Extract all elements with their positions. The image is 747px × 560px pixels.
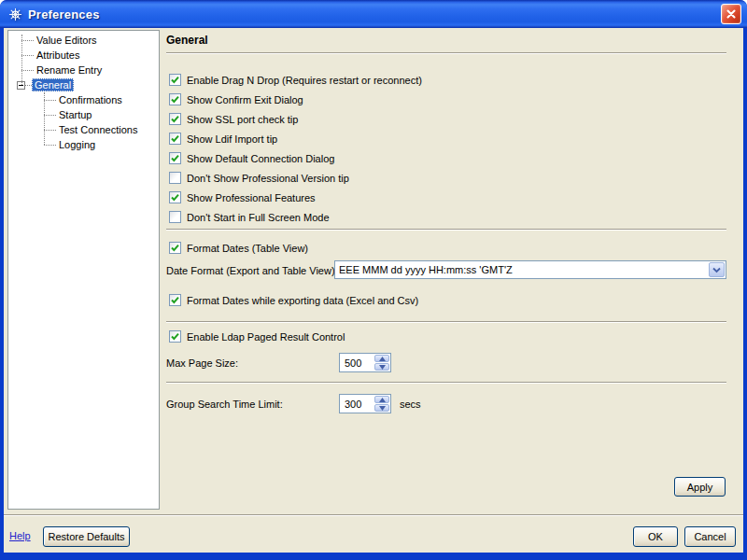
- export-dates-checkbox[interactable]: [169, 294, 181, 306]
- format-dates-row: Format Dates (Table View): [169, 238, 308, 258]
- format-dates-checkbox[interactable]: [169, 242, 181, 254]
- spinner-down-button[interactable]: [374, 404, 389, 412]
- spinner-down-button[interactable]: [374, 363, 389, 371]
- date-format-combobox[interactable]: EEE MMM dd yyyy HH:mm:ss 'GMT'Z: [334, 260, 726, 279]
- checkbox-row: Show Ldif Import tip: [169, 129, 422, 148]
- checkbox-label: Don't Show Professional Version tip: [187, 173, 349, 184]
- paged-result-row: Enable Ldap Paged Result Control: [169, 327, 345, 346]
- tree-connector: [44, 100, 56, 101]
- group-search-time-limit-spinner[interactable]: 300: [339, 394, 391, 413]
- option-checkbox[interactable]: [169, 133, 181, 145]
- tree-connector: [44, 115, 56, 116]
- max-page-size-spinner[interactable]: 500: [339, 353, 391, 372]
- section-separator: [166, 229, 726, 231]
- group-search-label-row: Group Search Time Limit:: [166, 394, 283, 413]
- spinner-value[interactable]: 500: [340, 354, 374, 371]
- checkbox-label: Don't Start in Full Screen Mode: [187, 212, 330, 223]
- check-icon: [170, 295, 180, 305]
- tree-rail: [21, 35, 22, 85]
- section-separator: [166, 321, 726, 323]
- settings-nav-panel: Value Editors Attributes Rename Entry Ge…: [7, 30, 160, 510]
- date-format-label: Date Format (Export and Table View):: [166, 264, 338, 277]
- tree-item[interactable]: Rename Entry: [8, 63, 159, 77]
- combobox-dropdown-button[interactable]: [709, 262, 725, 277]
- tree-item[interactable]: Test Connections: [8, 122, 159, 137]
- check-icon: [170, 331, 180, 342]
- checkbox-label: Enable Drag N Drop (Requires restart or …: [187, 75, 422, 86]
- option-checkbox[interactable]: [169, 191, 181, 203]
- tree-item-label[interactable]: Startup: [56, 108, 94, 121]
- check-icon: [170, 75, 180, 85]
- checkbox-label: Enable Ldap Paged Result Control: [187, 330, 345, 343]
- spinner-up-button[interactable]: [374, 396, 389, 403]
- checkbox-row: Enable Drag N Drop (Requires restart or …: [169, 70, 422, 90]
- tree-item[interactable]: Logging: [8, 137, 159, 152]
- tree-connector: [44, 145, 56, 146]
- group-search-time-limit-label: Group Search Time Limit:: [166, 398, 283, 411]
- help-link[interactable]: Help: [9, 530, 31, 541]
- tree-connector: [21, 40, 34, 41]
- check-icon: [170, 114, 180, 124]
- option-checkbox[interactable]: [169, 93, 181, 105]
- arrow-down-icon: [379, 365, 386, 370]
- tree-rail: [44, 92, 45, 145]
- checkbox-row: Don't Show Professional Version tip: [169, 168, 422, 188]
- max-page-size-label-row: Max Page Size:: [166, 353, 238, 372]
- spinner-buttons: [374, 355, 389, 371]
- tree-item-label[interactable]: Confirmations: [56, 93, 125, 106]
- option-checkbox[interactable]: [169, 211, 181, 223]
- option-checkbox[interactable]: [169, 172, 181, 184]
- tree-item[interactable]: General: [8, 77, 159, 92]
- spinner-value[interactable]: 300: [340, 395, 374, 413]
- checkbox-row: Show Default Connection Dialog: [169, 148, 422, 168]
- tree-item[interactable]: Attributes: [8, 48, 159, 63]
- arrow-down-icon: [379, 406, 386, 411]
- tree-item-label[interactable]: Rename Entry: [34, 63, 105, 77]
- settings-tree: Value Editors Attributes Rename Entry Ge…: [8, 31, 159, 152]
- export-dates-row: Format Dates while exporting data (Excel…: [169, 290, 418, 310]
- cancel-button[interactable]: Cancel: [684, 526, 736, 547]
- check-icon: [170, 94, 180, 105]
- tree-item[interactable]: Value Editors: [8, 33, 159, 48]
- checkbox-label: Show Ldif Import tip: [187, 133, 277, 145]
- section-separator: [166, 382, 726, 384]
- checkbox-row: Show Confirm Exit Dialog: [169, 90, 422, 109]
- max-page-size-label: Max Page Size:: [166, 357, 238, 370]
- tree-item-label[interactable]: Test Connections: [56, 123, 140, 136]
- checkbox-label: Show SSL port check tip: [187, 114, 298, 125]
- tree-item[interactable]: Startup: [8, 107, 159, 122]
- arrow-up-icon: [379, 398, 386, 402]
- titlebar: Preferences: [0, 0, 747, 28]
- footer-separator: [4, 514, 743, 516]
- tree-item-label[interactable]: General: [32, 78, 74, 91]
- tree-item[interactable]: Confirmations: [8, 92, 159, 107]
- tree-item-label[interactable]: Value Editors: [34, 34, 100, 47]
- chevron-down-icon: [712, 267, 721, 273]
- preferences-window: Preferences Value Editors Attributes Ren…: [0, 0, 747, 560]
- date-format-label-row: Date Format (Export and Table View):: [166, 260, 338, 280]
- ok-button[interactable]: OK: [633, 526, 678, 547]
- checkbox-label: Show Confirm Exit Dialog: [187, 94, 303, 105]
- option-checkbox[interactable]: [169, 152, 181, 164]
- option-checkbox[interactable]: [169, 74, 181, 86]
- window-title: Preferences: [28, 7, 100, 21]
- close-icon: [726, 8, 737, 20]
- tree-connector: [44, 130, 56, 131]
- tree-item-label[interactable]: Attributes: [34, 49, 82, 62]
- check-icon: [170, 153, 180, 163]
- apply-button[interactable]: Apply: [674, 477, 726, 497]
- spinner-up-button[interactable]: [374, 355, 389, 362]
- spinner-buttons: [374, 396, 389, 412]
- checkbox-row: Don't Start in Full Screen Mode: [169, 207, 422, 227]
- checkbox-label: Show Professional Features: [187, 192, 316, 203]
- paged-result-checkbox[interactable]: [169, 330, 181, 343]
- checkbox-row: Show Professional Features: [169, 188, 422, 207]
- close-button[interactable]: [721, 4, 741, 24]
- checkbox-label: Show Default Connection Dialog: [187, 153, 334, 164]
- checkbox-label: Format Dates (Table View): [187, 242, 308, 255]
- tree-item-label[interactable]: Logging: [56, 138, 98, 151]
- page-title: General: [166, 34, 208, 47]
- restore-defaults-button[interactable]: Restore Defaults: [43, 526, 130, 547]
- tree-connector: [21, 55, 34, 56]
- option-checkbox[interactable]: [169, 113, 181, 125]
